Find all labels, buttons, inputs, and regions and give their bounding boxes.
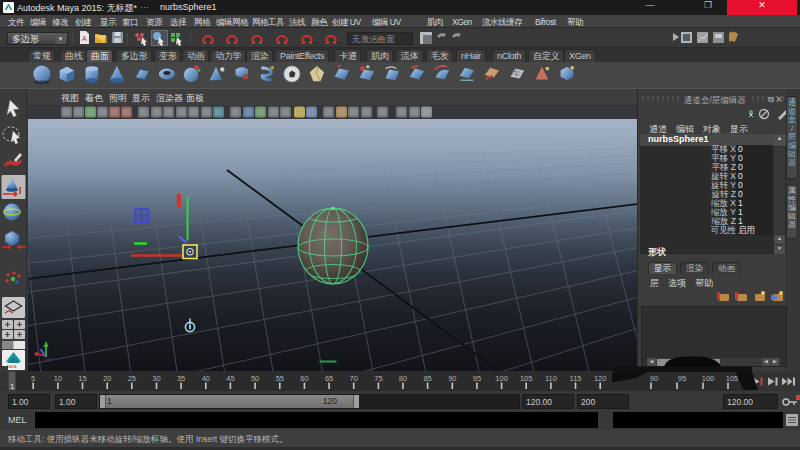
svg-text:95: 95: [473, 374, 481, 383]
svg-text:15: 15: [78, 374, 86, 383]
svg-text:1: 1: [10, 382, 15, 391]
svg-text:100: 100: [495, 374, 508, 383]
svg-text:20: 20: [103, 374, 111, 383]
svg-text:5: 5: [31, 374, 35, 383]
svg-text:A: A: [82, 35, 87, 42]
svg-text:40: 40: [202, 374, 210, 383]
svg-text:75: 75: [374, 374, 382, 383]
svg-text:65: 65: [325, 374, 333, 383]
svg-text:50: 50: [251, 374, 259, 383]
svg-text:10: 10: [54, 374, 62, 383]
svg-text:115: 115: [570, 374, 582, 383]
svg-text:30: 30: [152, 374, 160, 383]
svg-text:80: 80: [399, 374, 407, 383]
svg-text:110: 110: [545, 374, 557, 383]
svg-text:55: 55: [276, 374, 284, 383]
svg-text:60: 60: [300, 374, 308, 383]
svg-text:90: 90: [448, 374, 456, 383]
svg-text:105: 105: [520, 374, 533, 383]
svg-text:45: 45: [226, 374, 234, 383]
svg-text:35: 35: [177, 374, 185, 383]
svg-text:25: 25: [128, 374, 136, 383]
svg-text:70: 70: [350, 374, 358, 383]
svg-text:85: 85: [423, 374, 431, 383]
svg-text:MAYA: MAYA: [7, 365, 17, 369]
